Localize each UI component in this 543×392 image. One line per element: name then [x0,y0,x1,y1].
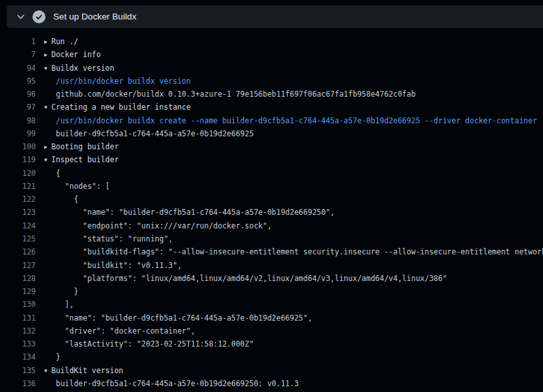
line-number[interactable]: 100 [0,140,36,153]
log-viewer: Set up Docker Buildx 1▶Run ./7▶Docker in… [0,0,543,392]
line-number[interactable]: 133 [0,337,36,350]
triangle-down-icon: ▼ [44,101,51,114]
line-number[interactable]: 124 [0,219,36,232]
group-title: BuildKit version [51,366,123,375]
log-line: 123 "name": "builder-d9cfb5a1-c764-445a-… [0,206,543,219]
log-group-toggle[interactable]: ▶Docker info [36,48,543,61]
log-output-text: "buildkit": "v0.11.3", [36,259,543,272]
line-number[interactable]: 131 [0,312,36,325]
triangle-down-icon: ▼ [44,364,51,377]
log-line: 119▼Inspect builder [0,153,543,166]
group-title: Creating a new builder instance [51,103,191,112]
step-header[interactable]: Set up Docker Buildx [6,5,543,28]
check-circle-icon [32,10,45,23]
step-title: Set up Docker Buildx [53,12,136,21]
log-output-text: } [36,285,543,298]
log-output-text: "status": "running", [36,232,543,245]
log-group-toggle[interactable]: ▼Creating a new builder instance [36,101,543,114]
log-output-text: "platforms": "linux/amd64,linux/amd64/v2… [36,272,543,285]
log-line: 129 } [0,285,543,298]
log-group-toggle[interactable]: ▼Inspect builder [36,153,543,166]
log-line: 125 "status": "running", [0,232,543,245]
log-line: 7▶Docker info [0,48,543,61]
log-group-toggle[interactable]: ▼BuildKit version [36,364,543,377]
triangle-right-icon: ▶ [44,49,51,62]
log-output-text: } [36,350,543,363]
log-output-text: "driver": "docker-container", [36,325,543,337]
triangle-down-icon: ▼ [44,154,51,167]
log-line: 122 { [0,193,543,206]
log-line: 134} [0,350,543,363]
line-number[interactable]: 97 [0,101,36,114]
log-output-text: "name": "builder-d9cfb5a1-c764-445a-a57e… [36,206,543,219]
line-number[interactable]: 136 [0,377,36,390]
log-line: 1▶Run ./ [0,35,543,48]
log-line: 126 "buildkitd-flags": "--allow-insecure… [0,245,543,258]
log-command-text: /usr/bin/docker buildx create --name bui… [36,114,543,127]
log-group-toggle[interactable]: ▶Run ./ [36,35,543,48]
log-output-text: "lastActivity": "2023-02-25T11:58:12.000… [36,337,543,350]
log-output-text: "nodes": [ [36,180,543,193]
line-number[interactable]: 120 [0,167,36,180]
line-number[interactable]: 126 [0,245,36,258]
log-line: 135▼BuildKit version [0,364,543,377]
log-line: 94▼Buildx version [0,62,543,75]
log-line: 120{ [0,167,543,180]
log-output-text: "buildkitd-flags": "--allow-insecure-ent… [36,245,543,258]
log-output-text: { [36,193,543,206]
log-line: 95/usr/bin/docker buildx version [0,75,543,88]
log-output-text: builder-d9cfb5a1-c764-445a-a57e-0b19d2e6… [36,377,543,390]
triangle-right-icon: ▶ [44,141,51,154]
line-number[interactable]: 119 [0,153,36,166]
log-line: 124 "endpoint": "unix:///var/run/docker.… [0,219,543,232]
line-number[interactable]: 132 [0,325,36,337]
triangle-down-icon: ▼ [44,62,51,75]
log-line: 133 "lastActivity": "2023-02-25T11:58:12… [0,337,543,350]
line-number[interactable]: 127 [0,259,36,272]
line-number[interactable]: 130 [0,298,36,311]
log-line: 127 "buildkit": "v0.11.3", [0,259,543,272]
line-number[interactable]: 125 [0,232,36,245]
log-line: 100▶Booting builder [0,140,543,153]
group-title: Run ./ [51,37,79,46]
log-output-text: "endpoint": "unix:///var/run/docker.sock… [36,219,543,232]
line-number[interactable]: 128 [0,272,36,285]
log-output-text: builder-d9cfb5a1-c764-445a-a57e-0b19d2e6… [36,127,543,140]
log-line: 98/usr/bin/docker buildx create --name b… [0,114,543,127]
log-line: 131 "name": "builder-d9cfb5a1-c764-445a-… [0,312,543,325]
triangle-right-icon: ▶ [44,36,51,49]
log-group-toggle[interactable]: ▶Booting builder [36,140,543,153]
group-title: Booting builder [51,142,119,151]
log-group-toggle[interactable]: ▼Buildx version [36,62,543,75]
log-line: 96github.com/docker/buildx 0.10.3+azure-… [0,88,543,101]
log-lines: 1▶Run ./7▶Docker info94▼Buildx version95… [0,35,543,390]
line-number[interactable]: 96 [0,88,36,101]
line-number[interactable]: 121 [0,180,36,193]
group-title: Inspect builder [51,155,119,164]
log-line: 130 ], [0,298,543,311]
line-number[interactable]: 99 [0,127,36,140]
log-line: 136builder-d9cfb5a1-c764-445a-a57e-0b19d… [0,377,543,390]
log-line: 128 "platforms": "linux/amd64,linux/amd6… [0,272,543,285]
group-title: Buildx version [51,64,114,73]
line-number[interactable]: 95 [0,75,36,88]
log-command-text: /usr/bin/docker buildx version [36,75,543,88]
log-line: 97▼Creating a new builder instance [0,101,543,114]
line-number[interactable]: 129 [0,285,36,298]
line-number[interactable]: 94 [0,62,36,75]
log-line: 99builder-d9cfb5a1-c764-445a-a57e-0b19d2… [0,127,543,140]
line-number[interactable]: 1 [0,35,36,48]
line-number[interactable]: 7 [0,48,36,61]
line-number[interactable]: 135 [0,364,36,377]
log-output-text: "name": "builder-d9cfb5a1-c764-445a-a57e… [36,312,543,325]
line-number[interactable]: 122 [0,193,36,206]
log-line: 132 "driver": "docker-container", [0,325,543,337]
line-number[interactable]: 123 [0,206,36,219]
group-title: Docker info [51,50,101,59]
log-output-text: ], [36,298,543,311]
line-number[interactable]: 134 [0,350,36,363]
chevron-down-icon[interactable] [16,12,26,22]
line-number[interactable]: 98 [0,114,36,127]
log-line: 121 "nodes": [ [0,180,543,193]
log-output-text: { [36,167,543,180]
